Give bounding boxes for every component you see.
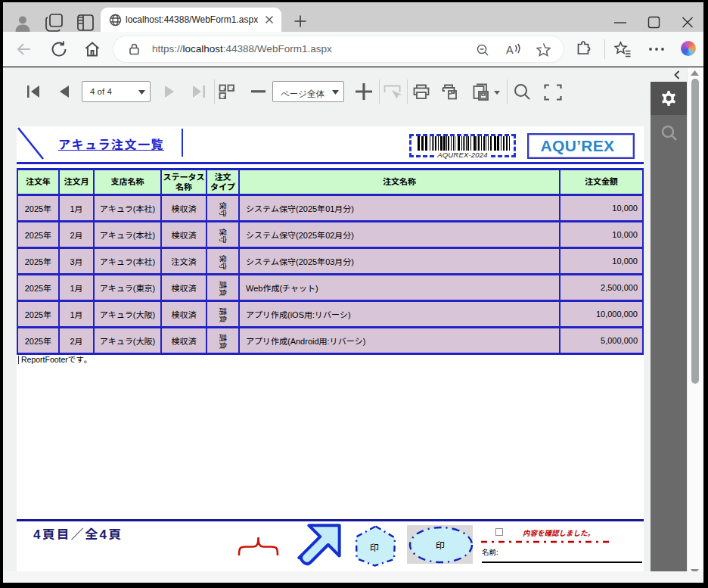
svg-text:印: 印: [370, 543, 379, 553]
svg-text:印: 印: [436, 540, 445, 551]
svg-text:A: A: [506, 44, 514, 56]
